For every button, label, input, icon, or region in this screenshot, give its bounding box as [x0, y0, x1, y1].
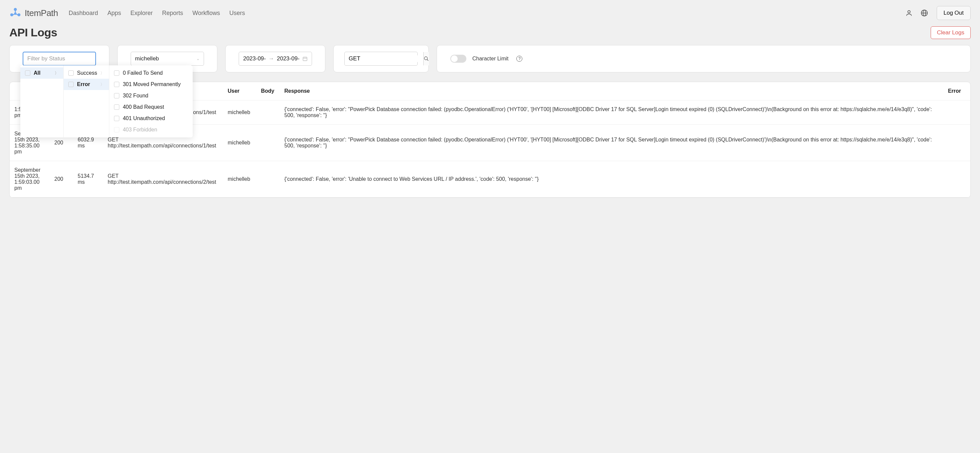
svg-point-7	[908, 11, 910, 13]
cell-error	[943, 161, 970, 198]
date-range-picker[interactable]: 2023-09- → 2023-09-	[239, 52, 312, 66]
svg-point-1	[10, 13, 13, 16]
method-search-button[interactable]	[423, 52, 429, 65]
chevron-right-icon: 〉	[100, 82, 104, 88]
nav-dashboard[interactable]: Dashboard	[68, 10, 98, 17]
cascader-item-302[interactable]: 302 Found	[109, 90, 192, 101]
user-select-value: michelleb	[135, 55, 159, 62]
clear-logs-button[interactable]: Clear Logs	[931, 26, 970, 39]
cell-user: michelleb	[223, 125, 256, 161]
chevron-right-icon: 〉	[100, 70, 104, 76]
checkbox-icon[interactable]	[114, 127, 119, 132]
cascader-item-all[interactable]: All 〉	[20, 67, 63, 79]
cascader-item-error[interactable]: Error 〉	[64, 79, 109, 90]
cascader-item-301[interactable]: 301 Moved Permanently	[109, 79, 192, 90]
search-icon	[424, 56, 429, 61]
help-icon[interactable]: ?	[516, 56, 522, 62]
svg-point-0	[14, 8, 17, 11]
cascader-col-3: 0 Failed To Send 301 Moved Permanently 3…	[109, 65, 192, 137]
cascader-col-1: All 〉	[20, 65, 64, 137]
cascader-item-403[interactable]: 403 Forbidden	[109, 124, 192, 136]
cascader-item-label: Success	[77, 70, 97, 76]
svg-line-6	[16, 14, 18, 15]
nav-explorer[interactable]: Explorer	[130, 10, 153, 17]
date-to-value: 2023-09-	[277, 55, 300, 62]
main-nav: Dashboard Apps Explorer Reports Workflow…	[68, 10, 245, 17]
svg-point-2	[18, 13, 20, 16]
arrow-right-icon: →	[269, 55, 274, 62]
cell-body	[256, 125, 280, 161]
cell-error	[943, 100, 970, 125]
th-body: Body	[256, 82, 280, 100]
checkbox-icon[interactable]	[114, 93, 119, 99]
nav-users[interactable]: Users	[229, 10, 245, 17]
checkbox-icon[interactable]	[114, 82, 119, 87]
th-error: Error	[943, 82, 970, 100]
cell-user: michelleb	[223, 161, 256, 198]
user-icon[interactable]	[905, 10, 913, 17]
chevron-right-icon: 〉	[55, 70, 59, 76]
th-user: User	[223, 82, 256, 100]
cell-response: {'connected': False, 'error': "PowerPick…	[280, 125, 943, 161]
status-filter-input[interactable]	[23, 52, 96, 66]
globe-icon[interactable]	[921, 10, 928, 17]
cascader-item-label: Error	[77, 81, 90, 88]
cascader-item-label: 302 Found	[123, 93, 148, 99]
table-row[interactable]: September 15th 2023, 1:59:03.00 pm200513…	[10, 161, 970, 198]
top-bar: ItemPath Dashboard Apps Explorer Reports…	[0, 0, 980, 26]
cascader-item-success[interactable]: Success 〉	[64, 67, 109, 79]
nav-workflows[interactable]: Workflows	[192, 10, 220, 17]
nav-reports[interactable]: Reports	[162, 10, 183, 17]
cell-response: {'connected': False, 'error': "PowerPick…	[280, 100, 943, 125]
cell-error	[943, 125, 970, 161]
cell-body	[256, 100, 280, 125]
cascader-item-label: 0 Failed To Send	[123, 70, 163, 76]
cell-time: 5134.7 ms	[73, 161, 103, 198]
nav-apps[interactable]: Apps	[107, 10, 121, 17]
logo-icon	[10, 7, 21, 19]
character-limit-toggle[interactable]	[450, 55, 466, 63]
cascader-item-400[interactable]: 400 Bad Request	[109, 101, 192, 113]
chevron-down-icon: ⌄	[196, 56, 200, 61]
filter-status-card: All 〉 Success 〉 Error 〉 0 Failed To Send	[10, 45, 109, 72]
cell-date: September 15th 2023, 1:59:03.00 pm	[10, 161, 50, 198]
svg-line-16	[427, 59, 428, 61]
date-from-value: 2023-09-	[243, 55, 266, 62]
user-select[interactable]: michelleb ⌄	[130, 52, 204, 66]
cell-response: {'connected': False, 'error': 'Unable to…	[280, 161, 943, 198]
status-cascader-dropdown: All 〉 Success 〉 Error 〉 0 Failed To Send	[20, 65, 192, 137]
checkbox-icon[interactable]	[114, 116, 119, 121]
character-limit-label: Character Limit	[473, 55, 508, 62]
character-limit-text: Character Limit	[473, 56, 508, 61]
filter-dates-card: 2023-09- → 2023-09-	[225, 45, 325, 72]
checkbox-icon[interactable]	[114, 70, 119, 76]
cascader-col-2: Success 〉 Error 〉	[64, 65, 109, 137]
cascader-item-401[interactable]: 401 Unauthorized	[109, 113, 192, 124]
cascader-item-label: 400 Bad Request	[123, 104, 164, 110]
checkbox-icon[interactable]	[68, 70, 74, 76]
svg-point-15	[424, 57, 427, 60]
page-title: API Logs	[10, 26, 57, 39]
th-response: Response	[280, 82, 943, 100]
filter-method-card	[333, 45, 429, 72]
checkbox-icon[interactable]	[25, 70, 30, 76]
method-search-input[interactable]	[345, 55, 423, 62]
cascader-item-label: 403 Forbidden	[123, 127, 157, 133]
logo[interactable]: ItemPath	[10, 7, 58, 19]
page-header: API Logs Clear Logs	[0, 26, 980, 45]
filters-row: All 〉 Success 〉 Error 〉 0 Failed To Send	[0, 45, 980, 72]
cascader-item-label: 401 Unauthorized	[123, 115, 165, 121]
cascader-item-0-failed[interactable]: 0 Failed To Send	[109, 67, 192, 79]
checkbox-icon[interactable]	[68, 82, 74, 87]
brand-name: ItemPath	[25, 8, 58, 18]
cell-status: 200	[50, 161, 73, 198]
svg-line-5	[13, 14, 15, 15]
cascader-item-label: All	[33, 70, 40, 76]
calendar-icon	[302, 56, 308, 61]
checkbox-icon[interactable]	[114, 104, 119, 110]
method-search	[344, 52, 418, 66]
logout-button[interactable]: Log Out	[937, 6, 971, 20]
filter-charlimit-card: Character Limit ?	[437, 45, 970, 72]
svg-rect-11	[303, 57, 307, 61]
cell-body	[256, 161, 280, 198]
